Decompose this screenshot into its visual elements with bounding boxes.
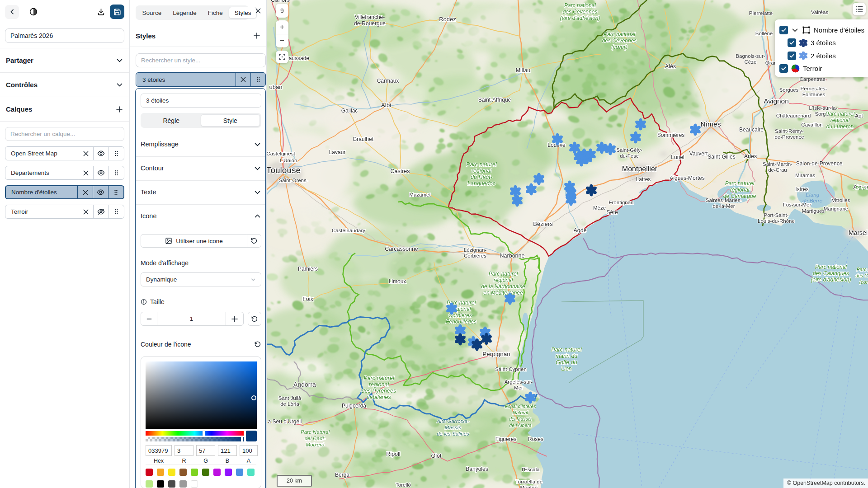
svg-text:Castelginest: Castelginest [267,151,295,156]
svg-text:Carmaux: Carmaux [377,78,399,84]
svg-text:(cœ: (cœ [859,279,868,285]
svg-text:(aire d'adhésion): (aire d'adhésion) [811,277,851,283]
svg-text:a Seu d'Urgell: a Seu d'Urgell [268,418,302,425]
svg-text:Carpentras: Carpentras [800,76,826,82]
svg-text:Narbonne: Narbonne [500,253,525,259]
svg-text:Marseille: Marseille [849,229,868,236]
svg-text:Port-Saint-: Port-Saint- [764,212,789,218]
svg-text:Lion: Lion [561,366,572,372]
svg-text:Parc national: Parc national [815,264,847,270]
svg-text:Andorra: Andorra [293,381,316,388]
svg-text:Banyoles: Banyoles [466,466,488,472]
svg-text:Alès: Alès [665,63,676,70]
svg-text:Saint-Martin-: Saint-Martin- [763,161,793,167]
svg-text:Torelló: Torelló [396,482,411,488]
svg-text:de-la-Mer: de-la-Mer [712,203,735,209]
svg-text:l'Escala: l'Escala [522,467,540,472]
svg-text:Moixeró: Moixeró [306,442,325,447]
svg-text:Olot: Olot [431,453,442,459]
svg-text:Lavaur: Lavaur [329,149,346,155]
svg-text:Fenouillèdes: Fenouillèdes [446,319,476,325]
svg-text:Natural: Natural [513,410,528,415]
svg-text:Roses: Roses [528,436,543,442]
svg-text:uban: uban [269,84,283,90]
svg-text:del Massís: del Massís [509,416,532,422]
svg-text:Montpellier: Montpellier [622,165,658,173]
svg-text:de Berre: de Berre [802,198,822,203]
svg-text:Béziers: Béziers [533,221,553,227]
svg-text:de-Rouergue: de-Rouergue [354,20,386,27]
svg-text:Limoux: Limoux [389,278,406,285]
svg-text:Saint-Gély-: Saint-Gély- [616,147,642,153]
svg-text:en Méditerranée: en Méditerranée [483,290,523,296]
svg-text:Sète: Sète [606,209,618,216]
svg-text:de Camargue: de Camargue [723,193,756,199]
svg-text:Castelnaudary: Castelnaudary [332,228,365,233]
svg-text:des Cal: des Cal [855,273,868,278]
svg-text:Parc naturel: Parc naturel [363,375,395,381]
svg-text:Montgrí: Montgrí [520,485,538,488]
svg-text:Sommières: Sommières [657,132,685,138]
svg-text:Argelès-sur-: Argelès-sur- [505,379,533,385]
svg-text:Lunel: Lunel [671,154,684,160]
svg-text:régional: régional [369,381,390,388]
svg-text:Saint-Cyprien: Saint-Cyprien [495,366,527,372]
svg-text:Saint-Orens-: Saint-Orens- [278,178,308,183]
svg-text:Mèze: Mèze [593,205,606,211]
svg-text:Pierrelatte: Pierrelatte [749,10,773,16]
svg-text:Puigcerdà: Puigcerdà [342,403,366,409]
svg-text:Sorgues: Sorgues [779,87,799,93]
svg-text:(aire d'adhésion): (aire d'adhésion) [560,15,600,21]
svg-text:des Cévennes: des Cévennes [563,9,598,15]
svg-text:des Pyrénées: des Pyrénées [362,388,396,394]
svg-text:Istres: Istres [795,186,808,192]
svg-text:Nîmes: Nîmes [701,120,721,128]
svg-text:Parc natu: Parc natu [856,185,868,191]
svg-text:Berga: Berga [335,472,349,478]
svg-text:Castres: Castres [390,168,410,174]
svg-text:régional: régional [494,277,513,283]
svg-text:de l'Albera: de l'Albera [509,422,531,428]
svg-text:de Lòria: de Lòria [280,401,299,407]
svg-text:Golfe du: Golfe du [556,359,577,366]
svg-text:Alta Garrotxa-: Alta Garrotxa- [436,418,469,424]
svg-text:Arles: Arles [744,153,757,160]
svg-text:Parc naturel: Parc naturel [725,180,755,187]
svg-text:Saint-Rémy-: Saint-Rémy- [775,128,804,134]
svg-text:Graulhet: Graulhet [353,136,374,142]
svg-text:Bollène: Bollène [755,31,773,36]
svg-text:Albi: Albi [381,102,392,108]
svg-text:Étang: Étang [806,192,820,197]
svg-text:Languedoc: Languedoc [467,180,496,187]
svg-text:Bagnols-sur-: Bagnols-sur- [736,53,765,59]
svg-text:Caussade: Caussade [285,55,309,61]
svg-text:des Calanques: des Calanques [813,270,849,277]
svg-text:Parc n: Parc n [857,267,868,272]
svg-text:Lattes: Lattes [636,176,651,183]
svg-text:Parc naturel: Parc naturel [466,161,497,168]
svg-text:Corbières: Corbières [464,253,486,258]
svg-text:régional: régional [472,168,492,174]
svg-text:(cœur): (cœur) [611,44,627,50]
svg-text:Mazamet: Mazamet [409,192,431,197]
svg-text:Parc Natural: Parc Natural [301,429,330,435]
svg-text:régional: régional [730,187,750,193]
svg-text:Rodez: Rodez [439,16,456,23]
svg-text:Cahors: Cahors [271,0,290,3]
svg-text:catalanes: catalanes [367,394,391,400]
svg-text:Cavaillon: Cavaillon [801,122,822,127]
svg-text:L'Isle-sur-la-: L'Isle-sur-la- [809,105,838,111]
svg-text:Beaucaire: Beaucaire [739,127,764,133]
svg-text:Pernes-les-: Pernes-les- [801,86,827,91]
svg-text:Carcassonne: Carcassonne [385,246,418,252]
svg-text:Figueres: Figueres [495,436,517,442]
svg-text:Parc naturel: Parc naturel [826,111,855,117]
svg-text:Châteaurenard: Châteaurenard [776,113,811,118]
svg-text:Apt: Apt [855,113,863,118]
svg-text:Espai d'Interès: Espai d'Interès [505,404,536,409]
svg-text:Perpignan: Perpignan [482,351,510,357]
svg-text:Massís: Massís [445,425,462,430]
svg-text:des Cévennes: des Cévennes [602,38,637,44]
svg-text:régional: régional [830,117,850,123]
svg-text:Avignon: Avignon [764,97,789,105]
